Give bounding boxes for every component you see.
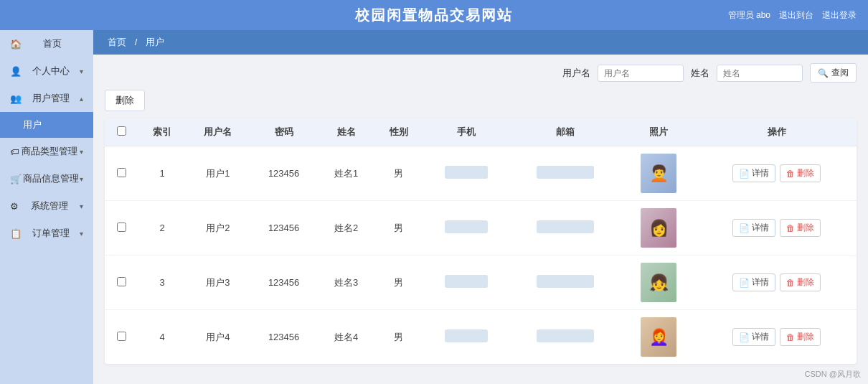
row-phone-4 [423,310,510,365]
chevron-down-icon-3: ▾ [80,175,83,183]
row-index-2: 2 [138,201,186,256]
sidebar-item-goods-type[interactable]: 🏷 商品类型管理 ▾ [0,138,93,165]
chevron-up-icon: ▴ [80,95,83,103]
name-search-label: 姓名 [691,67,709,80]
col-photo: 照片 [621,118,697,146]
detail-button-3[interactable]: 📄 详情 [732,273,775,291]
delete-icon-4: 🗑 [786,332,795,342]
sidebar-item-goods-info[interactable]: 🛒 商品信息管理 ▾ [0,165,93,192]
home-icon: 🏠 [10,39,22,50]
sidebar-item-order-mgmt[interactable]: 📋 订单管理 ▾ [0,220,93,247]
row-name-1: 姓名1 [318,146,374,201]
row-select-2[interactable] [117,223,126,232]
select-all-checkbox[interactable] [117,126,126,136]
col-email: 邮箱 [510,118,621,146]
row-password-4: 123456 [250,310,318,365]
delete-button-3[interactable]: 🗑 删除 [780,273,821,291]
header-title: 校园闲置物品交易网站 [355,6,513,25]
goods-type-icon: 🏷 [10,146,19,157]
row-gender-4: 男 [374,310,423,365]
row-checkbox-1 [105,146,138,201]
row-email-3 [510,256,621,310]
username-search-input[interactable] [598,65,684,82]
row-phone-2 [423,201,510,256]
table-row: 3 用户3 123456 姓名3 男 👧 📄 详情 [105,256,857,310]
breadcrumb-home: 首页 [108,37,126,47]
delete-button-4[interactable]: 🗑 删除 [780,328,821,346]
chevron-down-icon-2: ▾ [80,148,83,156]
name-search-input[interactable] [717,65,803,82]
row-name-3: 姓名3 [318,256,374,310]
row-email-2 [510,201,621,256]
delete-icon-2: 🗑 [786,223,795,233]
row-username-2: 用户2 [187,201,250,256]
row-photo-1: 🧑‍🦱 [621,146,697,201]
row-photo-3: 👧 [621,256,697,310]
col-password: 密码 [250,118,318,146]
main: 首页 / 用户 用户名 姓名 🔍 查阅 删除 [93,30,868,384]
logout-link[interactable]: 退出登录 [822,9,857,22]
row-checkbox-2 [105,201,138,256]
sidebar: 🏠 首页 👤 个人中心 ▾ 👥 用户管理 ▴ 用户 🏷 商品类型管理 ▾ 🛒 商… [0,30,93,384]
batch-delete-button[interactable]: 删除 [105,90,145,111]
action-bar: 删除 [105,90,857,111]
back-to-dashboard-link[interactable]: 退出到台 [779,9,813,22]
row-photo-4: 👩‍🦰 [621,310,697,365]
row-select-1[interactable] [117,168,126,177]
detail-button-2[interactable]: 📄 详情 [732,219,775,237]
row-checkbox-3 [105,256,138,310]
personal-icon: 👤 [10,66,22,77]
detail-button-1[interactable]: 📄 详情 [732,164,775,182]
row-photo-2: 👩 [621,201,697,256]
detail-button-4[interactable]: 📄 详情 [732,328,775,346]
sidebar-item-personal[interactable]: 👤 个人中心 ▾ [0,57,93,85]
delete-icon-3: 🗑 [786,278,795,288]
row-name-2: 姓名2 [318,201,374,256]
row-actions-1: 📄 详情 🗑 删除 [697,146,857,201]
table-header-row: 索引 用户名 密码 姓名 性别 手机 邮箱 照片 操作 [105,118,857,146]
row-password-2: 123456 [250,201,318,256]
admin-label: 管理员 abo [728,9,770,22]
breadcrumb: 首页 / 用户 [93,30,868,55]
chevron-down-icon: ▾ [80,67,83,75]
delete-button-1[interactable]: 🗑 删除 [780,164,821,182]
user-mgmt-icon: 👥 [10,93,22,104]
sidebar-item-user-mgmt[interactable]: 👥 用户管理 ▴ [0,85,93,112]
table-row: 4 用户4 123456 姓名4 男 👩‍🦰 📄 详情 [105,310,857,365]
detail-icon-4: 📄 [739,332,750,342]
row-phone-1 [423,146,510,201]
search-icon: 🔍 [818,68,829,78]
search-button[interactable]: 🔍 查阅 [810,63,857,83]
row-username-3: 用户3 [187,256,250,310]
col-username: 用户名 [187,118,250,146]
table-row: 1 用户1 123456 姓名1 男 🧑‍🦱 📄 详情 [105,146,857,201]
layout: 🏠 首页 👤 个人中心 ▾ 👥 用户管理 ▴ 用户 🏷 商品类型管理 ▾ 🛒 商… [0,30,868,384]
sidebar-item-sys-mgmt[interactable]: ⚙ 系统管理 ▾ [0,192,93,220]
row-select-3[interactable] [117,277,126,286]
row-gender-1: 男 [374,146,423,201]
row-username-4: 用户4 [187,310,250,365]
row-username-1: 用户1 [187,146,250,201]
sidebar-item-user[interactable]: 用户 [0,112,93,138]
sidebar-goods-type-label: 商品类型管理 [22,145,77,158]
order-mgmt-icon: 📋 [10,228,22,239]
row-select-4[interactable] [117,332,126,341]
content: 用户名 姓名 🔍 查阅 删除 索引 [93,55,868,384]
user-table-wrap: 索引 用户名 密码 姓名 性别 手机 邮箱 照片 操作 [105,118,857,364]
sidebar-user-mgmt-label: 用户管理 [32,92,70,105]
sidebar-item-home[interactable]: 🏠 首页 [0,30,93,57]
col-gender: 性别 [374,118,423,146]
chevron-down-icon-5: ▾ [80,230,83,238]
table-row: 2 用户2 123456 姓名2 男 👩 📄 详情 [105,201,857,256]
row-password-1: 123456 [250,146,318,201]
username-search-label: 用户名 [562,67,590,80]
delete-icon-1: 🗑 [786,169,795,179]
row-index-3: 3 [138,256,186,310]
row-name-4: 姓名4 [318,310,374,365]
row-index-4: 4 [138,310,186,365]
breadcrumb-current: 用户 [146,37,164,47]
delete-button-2[interactable]: 🗑 删除 [780,219,821,237]
sidebar-goods-info-label: 商品信息管理 [23,172,79,185]
row-index-1: 1 [138,146,186,201]
row-gender-3: 男 [374,256,423,310]
